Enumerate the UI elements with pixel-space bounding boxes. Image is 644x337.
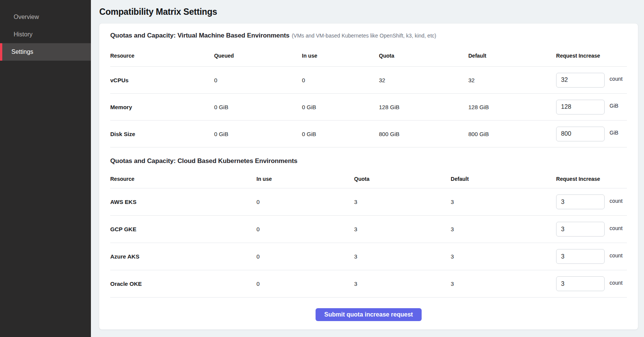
resource-name: Azure AKS — [110, 253, 256, 260]
unit-label: count — [610, 198, 622, 204]
default-value: 3 — [451, 253, 556, 260]
vm-quota-table: Resource Queued In use Quota Default Req… — [110, 45, 627, 147]
resource-name: vCPUs — [110, 77, 214, 83]
column-header-request-increase: Request Increase — [556, 53, 627, 59]
app-root: Overview History Settings Compatibility … — [0, 0, 644, 337]
request-increase-cell: GiB — [556, 100, 627, 114]
vm-section-heading: Quotas and Capacity: Virtual Machine Bas… — [110, 32, 627, 39]
resource-name: Disk Size — [110, 131, 214, 137]
vm-section-title: Quotas and Capacity: Virtual Machine Bas… — [110, 32, 289, 39]
cloud-table-header: Resource In use Quota Default Request In… — [110, 169, 627, 188]
table-row-gcp-gke: GCP GKE 0 3 3 count — [110, 216, 627, 243]
unit-label: GiB — [610, 103, 618, 109]
resource-name: AWS EKS — [110, 199, 256, 205]
unit-label: count — [610, 225, 622, 231]
cloud-section-title: Quotas and Capacity: Cloud Based Kuberne… — [110, 157, 297, 165]
column-header-quota: Quota — [354, 176, 451, 182]
column-header-resource: Resource — [110, 53, 214, 59]
vm-section-subtitle: (VMs and VM-based Kubernetes like OpenSh… — [292, 33, 436, 39]
default-value: 128 GiB — [468, 104, 556, 110]
table-row-vcpus: vCPUs 0 0 32 32 count — [110, 67, 627, 94]
column-header-queued: Queued — [214, 53, 302, 59]
submit-quota-increase-button[interactable]: Submit quota increase request — [316, 308, 422, 321]
request-increase-cell: count — [556, 249, 627, 264]
table-row-memory: Memory 0 GiB 0 GiB 128 GiB 128 GiB GiB — [110, 94, 627, 121]
table-row-azure-aks: Azure AKS 0 3 3 count — [110, 243, 627, 270]
sidebar: Overview History Settings — [0, 0, 91, 337]
page-title: Compatibility Matrix Settings — [99, 7, 638, 17]
queued-value: 0 — [214, 77, 302, 83]
disk-size-request-input[interactable] — [556, 127, 605, 141]
quota-value: 800 GiB — [379, 131, 468, 137]
table-row-disk-size: Disk Size 0 GiB 0 GiB 800 GiB 800 GiB Gi… — [110, 121, 627, 147]
in-use-value: 0 — [302, 77, 379, 83]
table-row-oracle-oke: Oracle OKE 0 3 3 count — [110, 270, 627, 298]
column-header-default: Default — [451, 176, 556, 182]
quota-value: 128 GiB — [379, 104, 468, 110]
unit-label: count — [610, 280, 622, 286]
sidebar-item-label: History — [14, 31, 33, 38]
table-row-aws-eks: AWS EKS 0 3 3 count — [110, 188, 627, 216]
column-header-resource: Resource — [110, 176, 256, 182]
in-use-value: 0 — [256, 253, 354, 260]
in-use-value: 0 GiB — [302, 131, 379, 137]
queued-value: 0 GiB — [214, 104, 302, 110]
request-increase-cell: GiB — [556, 127, 627, 141]
aws-eks-request-input[interactable] — [556, 194, 605, 209]
cloud-quota-table: Resource In use Quota Default Request In… — [110, 169, 627, 298]
oracle-oke-request-input[interactable] — [556, 276, 605, 291]
quota-value: 3 — [354, 281, 451, 287]
column-header-in-use: In use — [302, 53, 379, 59]
memory-request-input[interactable] — [556, 100, 605, 114]
in-use-value: 0 — [256, 199, 354, 205]
default-value: 32 — [468, 77, 556, 83]
request-increase-cell: count — [556, 194, 627, 209]
quota-value: 3 — [354, 253, 451, 260]
in-use-value: 0 GiB — [302, 104, 379, 110]
request-increase-cell: count — [556, 73, 627, 88]
cloud-section-heading: Quotas and Capacity: Cloud Based Kuberne… — [110, 157, 627, 165]
sidebar-item-label: Settings — [11, 49, 33, 55]
default-value: 3 — [451, 199, 556, 205]
unit-label: count — [610, 76, 622, 82]
column-header-default: Default — [468, 53, 556, 59]
column-header-quota: Quota — [379, 53, 468, 59]
sidebar-item-label: Overview — [14, 14, 39, 20]
submit-row: Submit quota increase request — [110, 308, 627, 321]
unit-label: GiB — [610, 130, 618, 136]
quota-value: 3 — [354, 199, 451, 205]
request-increase-cell: count — [556, 222, 627, 237]
sidebar-item-overview[interactable]: Overview — [0, 8, 91, 26]
request-increase-cell: count — [556, 276, 627, 291]
resource-name: Memory — [110, 104, 214, 110]
gcp-gke-request-input[interactable] — [556, 222, 605, 237]
main-content: Compatibility Matrix Settings Quotas and… — [91, 0, 644, 337]
column-header-in-use: In use — [256, 176, 354, 182]
resource-name: GCP GKE — [110, 226, 256, 232]
default-value: 800 GiB — [468, 131, 556, 137]
vm-table-header: Resource Queued In use Quota Default Req… — [110, 45, 627, 67]
default-value: 3 — [451, 226, 556, 232]
sidebar-item-settings[interactable]: Settings — [0, 43, 91, 61]
column-header-request-increase: Request Increase — [556, 176, 627, 182]
in-use-value: 0 — [256, 226, 354, 232]
in-use-value: 0 — [256, 281, 354, 287]
queued-value: 0 GiB — [214, 131, 302, 137]
sidebar-item-history[interactable]: History — [0, 26, 91, 43]
default-value: 3 — [451, 281, 556, 287]
azure-aks-request-input[interactable] — [556, 249, 605, 264]
quota-value: 3 — [354, 226, 451, 232]
settings-card: Quotas and Capacity: Virtual Machine Bas… — [99, 23, 638, 330]
quota-value: 32 — [379, 77, 468, 83]
vcpus-request-input[interactable] — [556, 73, 605, 88]
unit-label: count — [610, 252, 622, 259]
resource-name: Oracle OKE — [110, 281, 256, 287]
